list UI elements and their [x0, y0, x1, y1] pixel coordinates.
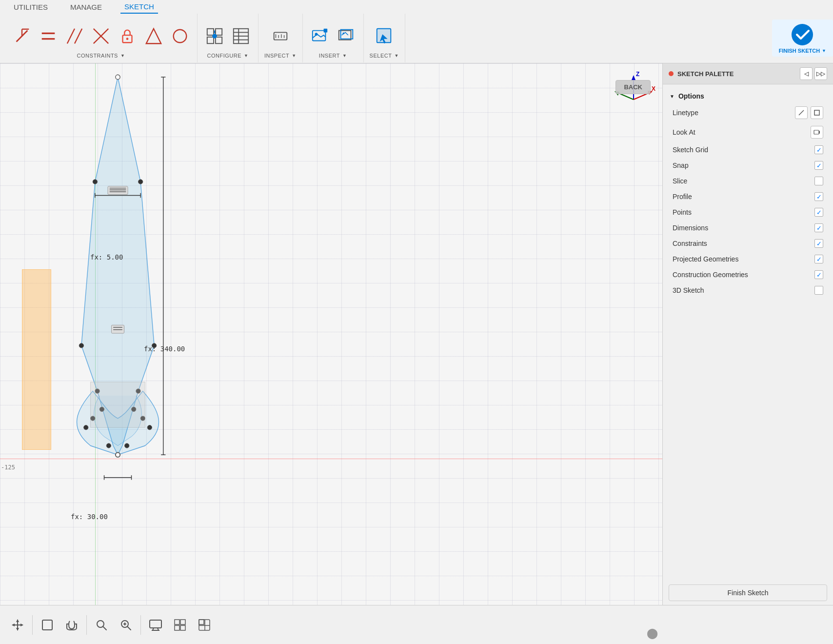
- back-button[interactable]: BACK: [615, 80, 651, 94]
- tab-utilities[interactable]: UTILITIES: [10, 1, 52, 13]
- panel-title-text: SKETCH PALETTE: [677, 70, 734, 78]
- svg-point-40: [93, 180, 97, 184]
- svg-marker-85: [16, 628, 19, 631]
- dimensions-label: Dimensions: [673, 224, 814, 232]
- svg-rect-101: [175, 625, 179, 630]
- constraints-checkbox[interactable]: [814, 239, 823, 248]
- options-section: ▼ Options Linetype Look At: [663, 84, 833, 303]
- svg-marker-83: [819, 131, 820, 134]
- snap-checkbox[interactable]: [814, 161, 823, 170]
- options-section-header[interactable]: ▼ Options: [663, 89, 833, 103]
- canvas-area[interactable]: fx: 5.00 fx: 340.00 fx: 30.00 -125 Z X B…: [0, 63, 662, 605]
- constraints-panel-label: Constraints: [673, 240, 814, 247]
- svg-rect-100: [180, 620, 185, 624]
- select-tool[interactable]: [373, 25, 396, 47]
- inspect-group: INSPECT ▼: [258, 14, 303, 62]
- pan-tool[interactable]: [62, 616, 81, 634]
- look-at-camera-icon[interactable]: [811, 126, 823, 139]
- finish-sketch-button[interactable]: FINISH SKETCH ▼: [772, 20, 833, 57]
- sketch-drawing: [0, 63, 662, 605]
- orbit-tool[interactable]: [38, 616, 57, 634]
- select-group: SELECT ▼: [364, 14, 405, 62]
- zoom-tool[interactable]: [116, 616, 136, 634]
- equal-tool[interactable]: [37, 25, 60, 47]
- svg-point-10: [126, 38, 129, 40]
- tab-manage[interactable]: MANAGE: [66, 1, 106, 13]
- perpendicular-tool[interactable]: [11, 25, 33, 47]
- bottom-toolbar: ⬤: [0, 605, 833, 644]
- profile-checkbox[interactable]: [814, 192, 823, 201]
- construction-geometries-checkbox[interactable]: [814, 270, 823, 279]
- zoom-fit-tool[interactable]: [92, 616, 111, 634]
- dimensions-checkbox[interactable]: [814, 223, 823, 232]
- svg-rect-88: [42, 620, 52, 630]
- panel-collapse-button[interactable]: ◁: [800, 67, 813, 80]
- svg-rect-104: [199, 620, 204, 624]
- svg-point-48: [116, 453, 120, 457]
- linetype-rect-icon[interactable]: [811, 106, 823, 119]
- inspect-dropdown-arrow[interactable]: ▼: [292, 53, 296, 58]
- inspect-label: INSPECT ▼: [264, 53, 297, 60]
- constraints-icons: [11, 16, 191, 53]
- configure-table-tool[interactable]: [230, 25, 252, 47]
- 3d-sketch-checkbox[interactable]: [814, 286, 823, 295]
- bottom-divider-1: [32, 615, 33, 635]
- insert-canvas-tool[interactable]: [335, 25, 357, 47]
- svg-marker-84: [16, 619, 19, 622]
- svg-rect-81: [814, 110, 819, 115]
- svg-point-42: [79, 343, 83, 348]
- look-at-label: Look At: [673, 128, 811, 136]
- configure-dropdown-arrow[interactable]: ▼: [244, 53, 248, 58]
- option-points: Points: [663, 204, 833, 220]
- constraints-dropdown-arrow[interactable]: ▼: [120, 53, 125, 58]
- panel-title-dot: [669, 71, 674, 76]
- toolbar-icons: CONSTRAINTS ▼: [0, 14, 833, 62]
- bottom-divider-3: [140, 615, 141, 635]
- svg-rect-14: [216, 29, 222, 35]
- svg-point-17: [212, 34, 217, 39]
- svg-marker-87: [20, 624, 23, 626]
- circle-tool[interactable]: [169, 25, 191, 47]
- configure-icons: [203, 16, 252, 53]
- grid-display-tool[interactable]: [170, 616, 190, 634]
- svg-rect-95: [150, 620, 161, 628]
- options-chevron: ▼: [670, 94, 674, 99]
- insert-image-tool[interactable]: [309, 25, 331, 47]
- finish-sketch-icon: [790, 22, 814, 47]
- panel-expand-icons: ◁ ▷▷: [800, 67, 827, 80]
- svg-line-6: [75, 29, 82, 43]
- points-checkbox[interactable]: [814, 208, 823, 217]
- configure-grid-tool[interactable]: [203, 25, 226, 47]
- tab-sketch[interactable]: SKETCH: [120, 0, 158, 14]
- svg-rect-15: [207, 37, 214, 43]
- insert-dropdown-arrow[interactable]: ▼: [342, 53, 347, 58]
- svg-rect-82: [814, 130, 819, 134]
- linetype-angle-icon[interactable]: [795, 106, 808, 119]
- symmetry-tool[interactable]: [90, 25, 112, 47]
- view-tool[interactable]: [195, 616, 214, 634]
- slice-checkbox[interactable]: [814, 177, 823, 185]
- svg-rect-103: [199, 620, 210, 630]
- panel-expand-button[interactable]: ▷▷: [814, 67, 827, 80]
- move-tool[interactable]: [8, 616, 27, 634]
- select-dropdown-arrow[interactable]: ▼: [394, 53, 398, 58]
- fix-tool[interactable]: [116, 25, 139, 47]
- option-slice: Slice: [663, 173, 833, 189]
- sketch-grid-checkbox[interactable]: [814, 145, 823, 154]
- panel-finish-sketch-button[interactable]: Finish Sketch: [669, 584, 827, 601]
- inspect-icons: [269, 16, 292, 53]
- option-3d-sketch: 3D Sketch: [663, 282, 833, 298]
- inspect-measure-tool[interactable]: [269, 25, 292, 47]
- collinear-tool[interactable]: [63, 25, 86, 47]
- sketch-palette-panel: SKETCH PALETTE ◁ ▷▷ ▼ Options Linetype: [662, 63, 833, 605]
- panel-header: SKETCH PALETTE ◁ ▷▷: [663, 63, 833, 84]
- dim-label-fx5: fx: 5.00: [90, 253, 123, 261]
- profile-label: Profile: [673, 193, 814, 201]
- svg-rect-16: [216, 37, 222, 43]
- projected-geometries-checkbox[interactable]: [814, 255, 823, 263]
- sketch-grid-label: Sketch Grid: [673, 146, 814, 154]
- display-tool[interactable]: [146, 616, 165, 634]
- triangle-tool[interactable]: [142, 25, 165, 47]
- option-linetype: Linetype: [663, 103, 833, 122]
- svg-marker-86: [12, 624, 15, 626]
